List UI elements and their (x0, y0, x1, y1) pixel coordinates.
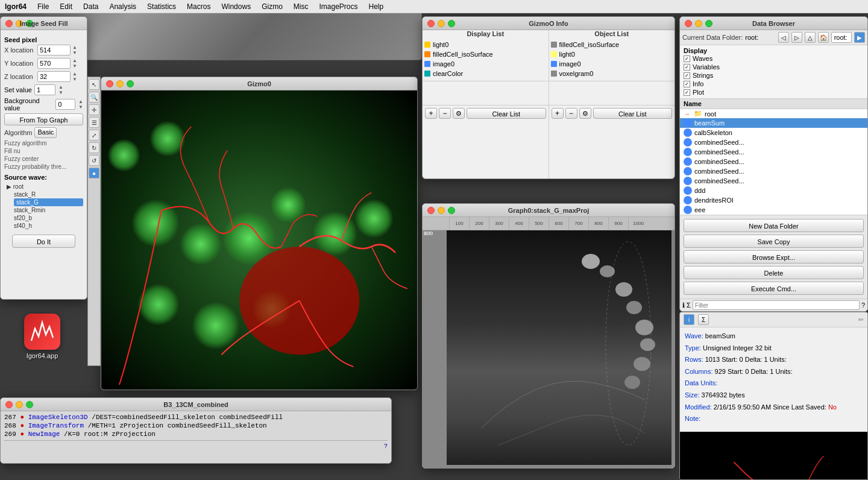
object-list-item-3[interactable]: voxelgram0 (549, 69, 675, 78)
menu-gizmo[interactable]: Gizmo (257, 1, 288, 12)
wave-sf40h[interactable]: sf40_h (14, 222, 83, 230)
tool-arrow[interactable]: ↖ (89, 79, 99, 90)
db-minimize[interactable] (695, 20, 702, 27)
menu-misc[interactable]: Misc (289, 1, 313, 12)
menu-macros[interactable]: Macros (182, 1, 215, 12)
from-top-graph-button[interactable]: From Top Graph (4, 113, 83, 125)
bg-value-input[interactable]: 0 (55, 99, 75, 110)
wave-stack-g[interactable]: stack_G (14, 198, 83, 206)
db-new-folder-btn[interactable]: New Data Folder (684, 219, 864, 232)
bg-value-spinner[interactable]: ▲▼ (78, 99, 83, 110)
db-checkbox-waves[interactable]: ✓ (684, 55, 690, 62)
gizmo-maximize[interactable] (127, 80, 134, 87)
graph-minimize[interactable] (438, 207, 445, 214)
display-clear-btn[interactable]: Clear List (467, 108, 546, 119)
db-row-dendrites[interactable]: dendritesROI (680, 195, 867, 205)
display-add-btn[interactable]: + (425, 108, 437, 119)
menu-windows[interactable]: Windows (216, 1, 256, 12)
db-checkbox-info[interactable]: ✓ (684, 81, 690, 87)
object-list-item-1[interactable]: light0 (549, 49, 675, 59)
object-clear-btn[interactable]: Clear List (593, 108, 673, 119)
display-list-item-1[interactable]: filledCell_isoSurface (423, 49, 549, 59)
z-input[interactable]: 32 (37, 71, 71, 82)
gizmo-info-minimize[interactable] (438, 20, 445, 27)
y-spinner[interactable]: ▲▼ (72, 58, 77, 69)
menu-file[interactable]: File (33, 1, 54, 12)
menu-imageprocs[interactable]: ImageProcs (314, 1, 362, 12)
algorithm-select[interactable]: Basic (34, 127, 57, 138)
wave-stack-r[interactable]: stack_R (14, 191, 83, 198)
db-row-combined5[interactable]: combinedSeed... (680, 176, 867, 186)
db-path-field[interactable]: root: (831, 32, 852, 43)
object-remove-btn[interactable]: − (565, 108, 577, 119)
terminal-minimize[interactable] (16, 401, 23, 408)
db-go-btn[interactable]: ▶ (854, 32, 865, 43)
db-filter-input[interactable] (693, 300, 860, 310)
x-input[interactable]: 514 (37, 45, 71, 55)
terminal-close[interactable] (5, 401, 13, 408)
db-row-eee[interactable]: eee (680, 205, 867, 215)
db-row-calbskeleton[interactable]: calbSkeleton (680, 128, 867, 137)
db-checkbox-strings[interactable]: ✓ (684, 72, 690, 79)
gizmo-info-maximize[interactable] (448, 20, 455, 27)
set-value-input[interactable]: 1 (34, 84, 55, 95)
tool-cross[interactable]: ✛ (89, 104, 99, 115)
display-gear-btn[interactable]: ⚙ (453, 108, 465, 119)
menu-help[interactable]: Help (364, 1, 389, 12)
object-list-item-0[interactable]: filledCell_isoSurface (549, 40, 675, 49)
db-checkbox-plot[interactable]: ✓ (684, 89, 690, 96)
terminal-maximize[interactable] (26, 401, 33, 408)
db-delete-btn[interactable]: Delete (684, 266, 864, 279)
menu-edit[interactable]: Edit (55, 1, 77, 12)
tool-zoom[interactable]: 🔍 (89, 92, 99, 103)
db-row-beamsum[interactable]: beamSum (680, 118, 867, 128)
tool-rotate2[interactable]: ↺ (89, 155, 99, 166)
gizmo-info-close[interactable] (427, 20, 435, 27)
db-browse-expt-btn[interactable]: Browse Expt... (684, 250, 864, 264)
tool-circle[interactable]: ● (89, 168, 99, 178)
terminal-input[interactable] (4, 443, 384, 450)
display-remove-btn[interactable]: − (439, 108, 451, 119)
db-row-root[interactable]: → 📁 root (680, 109, 867, 118)
object-gear-btn[interactable]: ⚙ (579, 108, 591, 119)
graph-close[interactable] (427, 207, 435, 214)
db-execute-btn[interactable]: Execute Cmd... (684, 282, 864, 295)
tool-move[interactable]: ⤢ (89, 130, 99, 141)
object-add-btn[interactable]: + (552, 108, 564, 119)
db-forward-btn[interactable]: ▷ (791, 32, 802, 43)
wave-info-tab-i[interactable]: i (684, 314, 694, 325)
wave-sf20b[interactable]: sf20_b (14, 214, 83, 222)
display-list-item-2[interactable]: image0 (423, 59, 549, 69)
menu-analysis[interactable]: Analysis (104, 1, 141, 12)
db-close[interactable] (685, 20, 692, 27)
db-maximize[interactable] (705, 20, 712, 27)
wave-stack-rmin[interactable]: stack_Rmin (14, 206, 83, 214)
db-row-combined2[interactable]: combinedSeed... (680, 147, 867, 157)
db-check-strings[interactable]: ✓ Strings (684, 71, 864, 80)
db-home-btn[interactable]: 🏠 (818, 32, 829, 43)
set-value-spinner[interactable]: ▲▼ (58, 84, 63, 95)
igor-app-icon[interactable] (24, 314, 60, 350)
display-list-item-3[interactable]: clearColor (423, 69, 549, 78)
wave-info-tab-sigma[interactable]: Σ (698, 314, 709, 325)
db-row-combined3[interactable]: combinedSeed... (680, 157, 867, 166)
db-check-info[interactable]: ✓ Info (684, 80, 864, 88)
tool-rotate[interactable]: ↻ (89, 142, 99, 153)
menu-statistics[interactable]: Statistics (142, 1, 181, 12)
db-check-waves[interactable]: ✓ Waves (684, 54, 864, 63)
gizmo-minimize[interactable] (116, 80, 124, 87)
db-row-combined4[interactable]: combinedSeed... (680, 166, 867, 176)
x-spinner[interactable]: ▲▼ (72, 45, 77, 55)
close-button[interactable] (5, 20, 13, 27)
graph-maximize[interactable] (448, 207, 455, 214)
display-list-item-0[interactable]: light0 (423, 40, 549, 49)
z-spinner[interactable]: ▲▼ (72, 71, 77, 82)
menu-data[interactable]: Data (78, 1, 103, 12)
y-input[interactable]: 570 (37, 58, 71, 69)
gizmo-close[interactable] (106, 80, 113, 87)
db-back-btn[interactable]: ◁ (778, 32, 789, 43)
do-it-button[interactable]: Do It (12, 235, 75, 248)
db-check-variables[interactable]: ✓ Variables (684, 63, 864, 71)
object-list-item-2[interactable]: image0 (549, 59, 675, 69)
tool-list[interactable]: ☰ (89, 117, 99, 128)
